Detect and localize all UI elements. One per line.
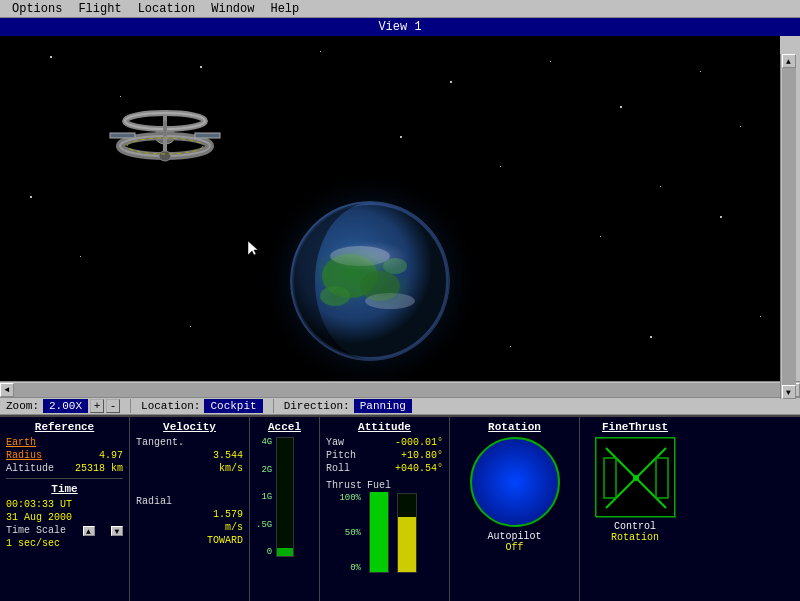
star [650,336,652,338]
accel-4g-label: 4G [256,437,272,447]
scroll-left-button[interactable]: ◄ [0,383,14,397]
accel-halfg-label: .5G [256,520,272,530]
pitch-value: +10.80° [401,450,443,461]
direction-label: Direction: [284,400,350,412]
pitch-row: Pitch +10.80° [326,450,443,461]
yaw-label: Yaw [326,437,344,448]
pitch-label: Pitch [326,450,356,461]
space-station [90,91,240,181]
zoom-section: Zoom: 2.00X + - [0,398,126,414]
roll-label: Roll [326,463,350,474]
star [510,346,511,347]
svg-point-17 [330,246,390,266]
radius-value: 4.97 [99,450,123,461]
date-row: 31 Aug 2000 [6,512,123,523]
svg-rect-25 [656,458,668,498]
star [200,66,202,68]
star [500,166,501,167]
svg-point-13 [322,254,378,298]
radial-value-row: 1.579 [136,509,243,520]
viewport[interactable] [0,36,780,381]
svg-point-26 [633,475,639,481]
vel-spacer [136,476,243,496]
statusbar: Zoom: 2.00X + - Location: Cockpit Direct… [0,397,800,415]
rotation-ball [470,437,560,527]
menu-help[interactable]: Help [262,1,307,17]
bottom-panel: Reference Earth Radius 4.97 Altitude 253… [0,415,800,601]
star [620,106,622,108]
svg-point-16 [383,258,407,274]
star [550,61,551,62]
direction-section: Direction: Panning [278,398,418,414]
menu-location[interactable]: Location [130,1,204,17]
svg-marker-20 [248,241,258,255]
right-scrollbar: ▲ ▼ [780,54,796,399]
accel-0g-label: 0 [256,547,272,557]
pct-100-label: 100% [326,493,361,503]
scroll-track-vertical[interactable] [782,68,796,385]
star [30,196,32,198]
fuel-col-label: Fuel [364,480,394,491]
yaw-row: Yaw -000.01° [326,437,443,448]
ref-time-divider [6,478,123,479]
svg-rect-7 [110,133,135,138]
radius-label[interactable]: Radius [6,450,42,461]
finethrust-section: FineThrust Control Rotation [580,417,690,601]
altitude-label: Altitude [6,463,54,474]
altitude-row: Altitude 25318 km [6,463,123,474]
timescale-value-row: 1 sec/sec [6,538,123,549]
star [600,236,601,237]
radial-value: 1.579 [213,509,243,520]
accel-bar-area: 4G 2G 1G .5G 0 [256,437,313,557]
star [190,326,191,327]
kms-row: km/s [136,463,243,474]
altitude-value: 25318 km [75,463,123,474]
zoom-plus-button[interactable]: + [90,399,104,413]
star [450,81,452,83]
ut-row: 00:03:33 UT [6,499,123,510]
control-value: Rotation [586,532,684,543]
timescale-value: 1 sec/sec [6,538,60,549]
timescale-down-button[interactable]: ▼ [111,526,123,536]
toward-row: TOWARD [136,535,243,546]
direction-value: Panning [354,399,412,413]
location-section: Location: Cockpit [135,398,269,414]
ut-value: 00:03:33 UT [6,499,72,510]
scroll-down-button[interactable]: ▼ [782,385,796,399]
accel-1g-label: 1G [256,492,272,502]
tangent-label: Tangent. [136,437,184,448]
radial-label-row: Radial [136,496,243,507]
svg-point-12 [292,203,448,359]
zoom-minus-button[interactable]: - [106,399,120,413]
kms-label: km/s [219,463,243,474]
pct-50-label: 50% [326,528,361,538]
menu-window[interactable]: Window [203,1,262,17]
timescale-up-button[interactable]: ▲ [83,526,95,536]
scroll-track-horizontal[interactable] [14,383,786,397]
star [80,256,81,257]
accel-labels: 4G 2G 1G .5G 0 [256,437,272,557]
svg-point-19 [292,203,448,359]
star [660,186,661,187]
thrust-bar-fill [370,492,388,572]
earth-label[interactable]: Earth [6,437,36,448]
window-titlebar: View 1 [0,18,800,36]
timescale-label-row: Time Scale ▲ ▼ [6,525,123,536]
thrust-col-label: Thrust [326,480,356,491]
svg-point-18 [365,293,415,309]
attitude-title: Attitude [326,421,443,433]
location-label: Location: [141,400,200,412]
star [740,126,741,127]
zoom-label: Zoom: [6,400,39,412]
velocity-section: Velocity Tangent. 3.544 km/s Radial 1.57… [130,417,250,601]
svg-rect-24 [604,458,616,498]
divider-2 [273,399,274,413]
menu-flight[interactable]: Flight [70,1,129,17]
location-value: Cockpit [204,399,262,413]
svg-point-15 [320,286,350,306]
menubar: Options Flight Location Window Help [0,0,800,18]
menu-options[interactable]: Options [4,1,70,17]
scroll-up-button[interactable]: ▲ [782,54,796,68]
time-title: Time [6,483,123,495]
rotation-title: Rotation [456,421,573,433]
